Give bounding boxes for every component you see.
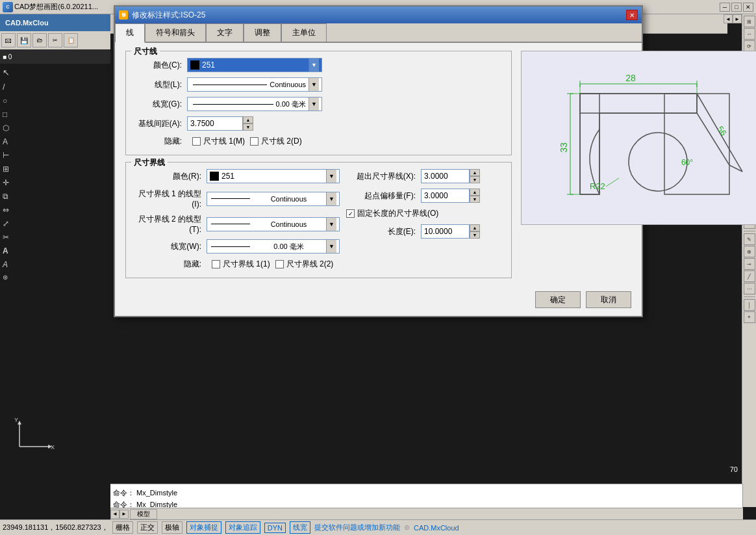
status-feedback[interactable]: 提交软件问题或增加新功能 (314, 523, 400, 532)
dimline-baseline-down[interactable]: ▼ (243, 124, 253, 131)
extline-offset-input[interactable] (421, 189, 470, 203)
tab-symbol[interactable]: 符号和箭头 (145, 23, 206, 42)
extline-lw-combo[interactable]: 0.00 毫米 ▼ (207, 239, 340, 254)
dialog-modify-style: 修 修改标注样式:ISO-25 ✕ 线 符号和箭头 文字 调整 主单位 尺寸线 (114, 5, 643, 317)
tool-hatch[interactable]: ⊞ (1, 163, 109, 175)
extline-lw-arrow[interactable]: ▼ (326, 240, 336, 253)
dialog-close-btn[interactable]: ✕ (626, 10, 638, 20)
tool-circle[interactable]: ○ (1, 95, 109, 107)
dialog-icon: 修 (119, 10, 128, 20)
rt-btn-24[interactable]: ⌖ (744, 311, 755, 323)
status-separator: ⊛ (404, 523, 410, 532)
extline-extend-down[interactable]: ▼ (470, 176, 480, 183)
tool-scale[interactable]: ⤢ (1, 218, 109, 229)
extline-extend-input[interactable] (421, 169, 470, 183)
tool-arrow[interactable]: ↖ (1, 66, 109, 79)
extline-lt2-value: Continuous (251, 220, 326, 228)
rt-btn-22[interactable]: ⋯ (744, 283, 755, 294)
rt-btn-1[interactable]: ⊞ (744, 16, 755, 27)
tool-mirror[interactable]: ⇔ (1, 204, 109, 216)
section-extline: 尺寸界线 颜色(R): 251 ▼ (125, 162, 512, 278)
dimline-color-arrow[interactable]: ▼ (309, 59, 319, 72)
svg-text:60°: 60° (681, 158, 693, 167)
extline-offset-up[interactable]: ▲ (470, 189, 480, 196)
dimline-baseline-up[interactable]: ▲ (243, 116, 253, 124)
dimline-hide2-checkbox[interactable] (250, 137, 258, 146)
svg-text:28: 28 (625, 73, 636, 83)
tool-rect[interactable]: □ (1, 109, 109, 120)
tool-trim[interactable]: ✂ (1, 231, 109, 243)
dimline-linewidth-combo[interactable]: 0.00 毫米 ▼ (187, 97, 322, 111)
tool-text[interactable]: A (1, 136, 109, 148)
app-close-btn[interactable]: ✕ (743, 3, 753, 12)
extline-length-input[interactable] (421, 224, 470, 239)
status-ortho[interactable]: 正交 (137, 521, 158, 534)
minimize-btn[interactable]: ─ (720, 3, 730, 12)
dialog-ok-btn[interactable]: 确定 (535, 291, 581, 308)
dimline-hide1-checkbox[interactable] (192, 137, 201, 146)
tool-move[interactable]: ✛ (1, 177, 109, 189)
extline-hide1-checkbox[interactable] (212, 260, 220, 268)
tool-copy[interactable]: ⧉ (1, 190, 109, 202)
extline-color-combo[interactable]: 251 ▼ (207, 169, 340, 183)
extline-hide1-label: 尺寸界线 1(1) (223, 259, 270, 270)
extline-fixed-checkbox[interactable]: ✓ (346, 209, 355, 218)
status-snap[interactable]: 对象捕捉 (186, 521, 221, 534)
page-tab-model[interactable]: 模型 (130, 509, 157, 519)
nav-btn-4[interactable]: ✂ (48, 33, 62, 47)
dimline-linewidth-label: 线宽(G): (135, 99, 187, 110)
dimline-color-combo[interactable]: 251 ▼ (187, 58, 322, 72)
pg-arrow-right[interactable]: ► (120, 510, 129, 519)
dialog-cancel-btn[interactable]: 取消 (586, 291, 631, 308)
preview-panel: 28 33 R22 60° 56 (521, 51, 756, 278)
dimline-linetype-arrow[interactable]: ▼ (309, 78, 319, 91)
section-dimline: 尺寸线 颜色(C): 251 ▼ 线型(L): (125, 51, 512, 155)
extline-extend-up[interactable]: ▲ (470, 169, 480, 176)
extline-hide-label: 隐藏: (135, 259, 207, 270)
nav-btn-5[interactable]: 📋 (64, 33, 78, 47)
nav-btn-1[interactable]: 🖂 (1, 33, 16, 47)
extline-length-down[interactable]: ▼ (470, 231, 480, 239)
nav-right-arrow[interactable]: ► (733, 14, 742, 23)
preview-area: 28 33 R22 60° 56 (521, 51, 756, 225)
dimline-linetype-combo[interactable]: Continuous ▼ (187, 77, 322, 92)
status-polar[interactable]: 极轴 (162, 521, 183, 534)
dimline-linewidth-arrow[interactable]: ▼ (309, 98, 319, 111)
nav-btn-2[interactable]: 💾 (17, 33, 31, 47)
extline-offset-down[interactable]: ▼ (470, 196, 480, 203)
tab-text[interactable]: 文字 (206, 23, 244, 42)
tool-dim[interactable]: ⊢ (1, 150, 109, 161)
tool-measure[interactable]: ⊛ (1, 272, 109, 282)
svg-text:X: X (51, 444, 55, 450)
rt-btn-2[interactable]: ↔ (744, 28, 755, 40)
extline-lt1-combo[interactable]: Continuous ▼ (207, 192, 340, 206)
nav-btn-3[interactable]: 🗁 (32, 33, 47, 47)
rt-btn-23[interactable]: │ (744, 299, 755, 311)
tool-line[interactable]: / (1, 81, 109, 93)
status-linewidth[interactable]: 线宽 (290, 521, 310, 534)
status-grid[interactable]: 栅格 (112, 521, 133, 534)
status-cloud[interactable]: CAD.MxCloud (414, 524, 459, 532)
maximize-btn[interactable]: □ (731, 3, 742, 12)
status-dyn[interactable]: DYN (264, 523, 286, 533)
nav-left-arrow[interactable]: ◄ (724, 14, 733, 23)
tool-A[interactable]: A (1, 245, 109, 257)
tab-adjust[interactable]: 调整 (244, 23, 281, 42)
zoom-level: 70 (730, 465, 738, 473)
dimline-baseline-input[interactable] (187, 116, 243, 131)
extline-lt1-arrow[interactable]: ▼ (326, 192, 336, 205)
status-track[interactable]: 对象追踪 (225, 521, 260, 534)
extline-length-up[interactable]: ▲ (470, 224, 480, 231)
dimline-hide-label: 隐藏: (135, 136, 187, 147)
tab-primary[interactable]: 主单位 (281, 23, 327, 42)
extline-color-arrow[interactable]: ▼ (326, 170, 336, 183)
pg-arrow-left[interactable]: ◄ (110, 510, 120, 519)
tab-line[interactable]: 线 (115, 23, 145, 43)
extline-hide2-checkbox[interactable] (275, 260, 284, 268)
extline-lt2-arrow[interactable]: ▼ (326, 218, 336, 231)
extline-fixed-label: 固定长度的尺寸界线(O) (357, 208, 438, 219)
tool-polygon[interactable]: ⬡ (1, 122, 109, 134)
extline-offset-label: 起点偏移量(F): (346, 190, 421, 202)
tool-A2[interactable]: A (1, 259, 109, 270)
extline-lt2-combo[interactable]: Continuous ▼ (207, 217, 340, 231)
